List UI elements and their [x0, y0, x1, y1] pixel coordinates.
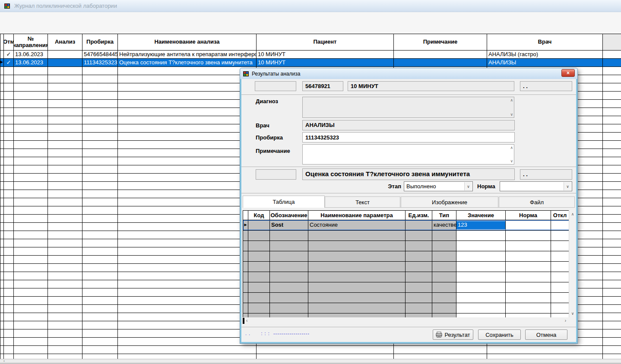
column-header[interactable]: Анализ	[48, 34, 82, 50]
analysis-name-field[interactable]: Оценка состояния Т?клеточного звена имму…	[302, 168, 515, 180]
cell	[14, 247, 48, 255]
chevron-down-icon[interactable]: ∨	[464, 182, 472, 190]
column-header[interactable]	[603, 34, 621, 50]
cell	[603, 75, 621, 83]
chevron-down-icon[interactable]: ∨	[569, 311, 576, 316]
patient-field[interactable]: 10 МИНУТ	[348, 81, 514, 91]
param-row-empty[interactable]	[243, 313, 576, 317]
tab-text[interactable]: Текст	[325, 196, 400, 208]
cell	[603, 116, 621, 124]
tube-input[interactable]	[302, 132, 515, 142]
tab-file[interactable]: Файл	[499, 196, 575, 208]
column-header[interactable]: № направления	[14, 34, 48, 50]
save-button[interactable]: Сохранить	[478, 329, 521, 340]
column-header[interactable]: Отм	[4, 34, 14, 50]
cell	[14, 297, 48, 304]
row-indicator	[0, 133, 4, 140]
cell	[456, 231, 506, 241]
column-header[interactable]: Пациент	[257, 34, 394, 50]
analysis-date-field[interactable]: . .	[520, 169, 572, 180]
cell	[4, 174, 14, 181]
param-row-empty[interactable]	[243, 303, 576, 313]
chevron-left-icon[interactable]: ‹	[246, 317, 247, 324]
params-vertical-scrollbar[interactable]: ∧ ∨	[569, 210, 576, 317]
tab-table[interactable]: Таблица	[243, 196, 325, 208]
param-row-empty[interactable]	[243, 262, 576, 272]
chevron-up-icon[interactable]: ∧	[510, 146, 513, 149]
param-row[interactable]: ▶SostСостояниекачественный123	[243, 220, 576, 231]
column-header[interactable]: Обозначение	[270, 211, 308, 220]
cell	[248, 313, 270, 317]
note-textarea[interactable]: ∧ ∨	[302, 144, 514, 165]
table-row[interactable]: ✓13.06.202354766548445Нейтрализующие ант…	[0, 51, 621, 59]
value-edit-cell[interactable]: 123	[456, 220, 506, 230]
cell	[118, 141, 257, 149]
cell	[551, 313, 569, 317]
param-row-empty[interactable]	[243, 282, 576, 293]
column-header[interactable]: Норма	[506, 211, 551, 220]
column-header[interactable]: Тип	[432, 211, 456, 220]
stage-combobox[interactable]: Выполнено ∨	[404, 181, 473, 191]
main-horizontal-scrollbar[interactable]: ‹	[0, 359, 621, 363]
cell	[14, 264, 48, 272]
cancel-button[interactable]: Отмена	[525, 329, 567, 340]
param-grid-header: КодОбозначениеНаименование параметраЕд.и…	[243, 210, 576, 220]
chevron-up-icon[interactable]: ∧	[510, 98, 513, 102]
column-header[interactable]: Примечание	[394, 34, 487, 50]
cell	[456, 251, 506, 261]
chevron-down-icon[interactable]: ∨	[564, 182, 571, 190]
direction-number-field[interactable]: 56478921	[302, 81, 343, 91]
cell	[603, 215, 621, 222]
cell	[603, 231, 621, 239]
cell	[603, 92, 621, 99]
cell	[603, 223, 621, 231]
doctor-label: Врач	[256, 122, 269, 129]
cell	[118, 346, 257, 354]
cell	[456, 303, 506, 313]
cell	[603, 206, 621, 214]
doctor-field[interactable]: АНАЛИЗЫ	[302, 120, 515, 130]
cell	[456, 313, 506, 317]
cell	[82, 67, 118, 75]
cell	[118, 280, 257, 288]
chevron-down-icon[interactable]: ∨	[510, 159, 513, 163]
row-indicator	[0, 313, 4, 321]
table-row[interactable]: ▶✓13.06.202311134325323Оценка состояния …	[0, 59, 621, 67]
column-header[interactable]: Наименование анализа	[118, 34, 257, 50]
code-field[interactable]	[255, 81, 296, 91]
param-row-empty[interactable]	[243, 272, 576, 282]
cell	[82, 321, 118, 329]
param-row-empty[interactable]	[243, 231, 576, 241]
diagnosis-textarea[interactable]: ∧ ∨	[302, 97, 514, 118]
row-indicator	[0, 272, 4, 280]
params-horizontal-scrollbar[interactable]: ‹ ›	[243, 317, 576, 324]
table-row-empty[interactable]	[0, 354, 621, 359]
date-field[interactable]: . .	[520, 81, 572, 91]
tab-image[interactable]: Изображение	[401, 196, 498, 208]
grid-indicator-header	[243, 211, 248, 220]
chevron-right-icon[interactable]: ›	[565, 317, 566, 324]
column-header[interactable]: Код	[248, 211, 270, 220]
column-header[interactable]: Врач	[487, 34, 603, 50]
norm-combobox[interactable]: ∨	[500, 181, 572, 191]
cell: АНАЛИЗЫ (гастро)	[487, 51, 603, 58]
column-header[interactable]: Значение	[456, 211, 506, 220]
param-row-empty[interactable]	[243, 241, 576, 251]
column-header[interactable]: Пробирка	[82, 34, 118, 50]
param-row-empty[interactable]	[243, 251, 576, 262]
chevron-up-icon[interactable]: ∧	[569, 212, 576, 216]
param-row-empty[interactable]	[243, 293, 576, 303]
cell	[551, 272, 569, 282]
chevron-down-icon[interactable]: ∨	[510, 113, 513, 116]
analysis-code-field[interactable]	[256, 169, 296, 180]
row-indicator: ▶	[243, 220, 248, 230]
column-header[interactable]: Откл	[551, 211, 569, 220]
result-button[interactable]: Результат	[433, 329, 473, 340]
column-header[interactable]: Наименование параметра	[308, 211, 406, 220]
cell	[406, 303, 432, 313]
column-header[interactable]: Ед.изм.	[406, 211, 432, 220]
close-button[interactable]: ×	[561, 69, 575, 77]
cell	[270, 282, 308, 292]
table-row-empty[interactable]	[0, 346, 621, 354]
cell	[48, 165, 82, 173]
